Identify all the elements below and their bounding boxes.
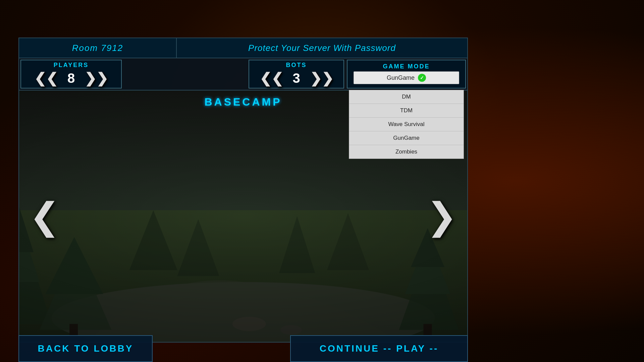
gamemode-check-icon: ✓ xyxy=(418,74,426,82)
gamemode-selected[interactable]: GunGame ✓ xyxy=(354,71,460,84)
gamemode-option-gungame[interactable]: GunGame xyxy=(349,131,464,145)
bottom-spacer xyxy=(153,335,290,362)
back-to-lobby-label: BACK TO LOBBY xyxy=(38,343,133,354)
continue-play-button[interactable]: CONTINUE -- PLAY -- xyxy=(290,335,468,362)
map-prev-button[interactable]: ❮ xyxy=(29,198,60,235)
map-left-arrow-icon: ❮ xyxy=(29,198,60,235)
gamemode-label: GAME MODE xyxy=(383,60,430,71)
map-right-arrow-icon: ❯ xyxy=(426,198,457,235)
room-label: Room 7912 xyxy=(72,43,123,53)
gamemode-option-tdm[interactable]: TDM xyxy=(349,104,464,118)
top-bar: Room 7912 Protect Your Server With Passw… xyxy=(19,38,467,58)
bots-decrease-button[interactable]: ❮ xyxy=(260,70,283,86)
gamemode-dropdown: DM TDM Wave Survival GunGame Zombies xyxy=(349,90,464,159)
bots-value: 3 xyxy=(290,71,303,86)
players-increase-button[interactable]: ❯ xyxy=(85,70,108,86)
password-label: Protect Your Server With Password xyxy=(248,43,396,53)
gamemode-control: GAME MODE GunGame ✓ DM TDM Wave Survival… xyxy=(347,60,466,88)
room-label-section: Room 7912 xyxy=(19,38,177,58)
players-label: PLAYERS xyxy=(54,62,89,69)
map-next-button[interactable]: ❯ xyxy=(426,198,457,235)
players-control: PLAYERS ❮ 8 ❯ xyxy=(20,60,122,88)
gamemode-option-dm[interactable]: DM xyxy=(349,90,464,104)
bots-label: BOTS xyxy=(286,62,307,69)
players-decrease-button[interactable]: ❮ xyxy=(34,70,58,86)
continue-play-label: CONTINUE -- PLAY -- xyxy=(320,343,438,354)
password-label-section: Protect Your Server With Password xyxy=(177,38,467,58)
controls-spacer xyxy=(123,58,247,90)
bottom-buttons: BACK TO LOBBY CONTINUE -- PLAY -- xyxy=(18,335,468,362)
main-panel: Room 7912 Protect Your Server With Passw… xyxy=(18,38,468,343)
map-title: BASECAMP xyxy=(204,96,282,108)
gamemode-option-zombies[interactable]: Zombies xyxy=(349,145,464,159)
bots-control: BOTS ❮ 3 ❯ xyxy=(249,60,344,88)
players-value: 8 xyxy=(64,71,78,86)
bots-row: ❮ 3 ❯ xyxy=(260,70,333,86)
gamemode-option-wave-survival[interactable]: Wave Survival xyxy=(349,118,464,131)
back-to-lobby-button[interactable]: BACK TO LOBBY xyxy=(18,335,153,362)
players-row: ❮ 8 ❯ xyxy=(34,70,108,86)
gamemode-selected-value: GunGame xyxy=(387,74,415,81)
controls-row: PLAYERS ❮ 8 ❯ BOTS ❮ 3 ❯ GAME MODE GunGa… xyxy=(19,58,467,90)
bots-increase-button[interactable]: ❯ xyxy=(310,70,333,86)
